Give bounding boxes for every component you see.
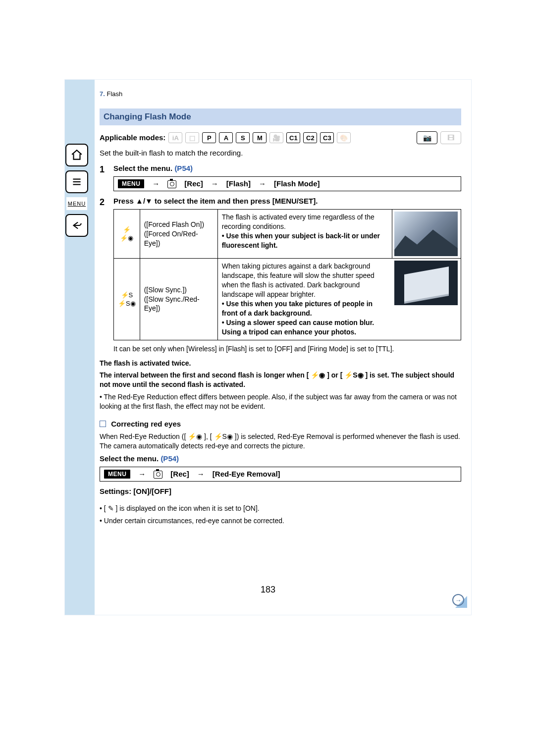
desc-text: When taking pictures against a dark back… [222, 262, 388, 299]
camera-icon [167, 179, 176, 189]
document-page: 7. Flash Changing Flash Mode Applicable … [64, 79, 472, 615]
select-menu-2-link[interactable]: (P54) [160, 454, 179, 463]
step-2-title: Press ▲/▼ to select the item and then pr… [113, 196, 461, 206]
flash-mode-table: ⚡ ⚡◉ ([Forced Flash On]) ([Forced On/Red… [113, 209, 461, 340]
menu-path-flash-mode: MENU → [Rec] → [Flash] → [Flash Mode] [113, 176, 461, 191]
arrow-icon: → [138, 469, 146, 479]
menu-path-redeye: MENU → [Rec] → [Red-Eye Removal] [100, 467, 461, 482]
table-row: ⚡S ⚡S◉ ([Slow Sync.]) ([Slow Sync./Red-E… [114, 259, 461, 340]
desc-text: The flash is activated every time regard… [222, 213, 388, 231]
applicable-modes-label: Applicable modes: [100, 133, 165, 143]
menu-badge: MENU [118, 179, 144, 188]
menu-rec: [Rec] [184, 179, 203, 189]
settings-line: Settings: [ON]/[OFF] [100, 486, 461, 496]
mode-c1: C1 [286, 132, 300, 143]
arrow-icon: → [259, 179, 266, 189]
chapter-number: 7. [100, 90, 105, 98]
mode-movie-icon: 🎥 [269, 132, 283, 143]
mode-m: M [253, 132, 267, 143]
select-menu-2: Select the menu. [100, 454, 160, 463]
down-icon: ▼ [145, 197, 153, 205]
still-capability-icon: 📷 [417, 131, 437, 144]
mountain-thumbnail [394, 212, 458, 256]
mode-s: S [236, 132, 250, 143]
mode-ia-icon: iA [168, 132, 182, 143]
flash-forced-image [392, 210, 461, 259]
flash-forced-desc: The flash is activated every time regard… [217, 210, 392, 259]
home-button[interactable] [65, 144, 88, 166]
correcting-title: Correcting red eyes [111, 420, 181, 428]
camera-icon [154, 469, 162, 479]
twice-body: The interval between the first and secon… [100, 371, 461, 389]
step-2-pre: Press [113, 197, 136, 205]
menu-flash-mode: [Flash Mode] [274, 179, 320, 189]
content-area: 7. Flash Changing Flash Mode Applicable … [100, 90, 461, 526]
footnote-1: • [ ✎ ] is displayed on the icon when it… [100, 504, 461, 513]
ttl-note: It can be set only when [Wireless] in [F… [113, 344, 461, 354]
flash-slow-names: ([Slow Sync.]) ([Slow Sync./Red-Eye]) [140, 259, 217, 340]
menu-flash: [Flash] [226, 179, 251, 189]
correcting-heading: Correcting red eyes [100, 419, 461, 429]
step-1-number: 1 [100, 163, 108, 197]
chapter-title: Flash [107, 90, 122, 98]
arrow-icon: → [211, 179, 218, 189]
menu-redeye-removal: [Red-Eye Removal] [213, 469, 280, 479]
step-2-post: to select the item and then press [MENU/… [153, 197, 318, 205]
breadcrumb: 7. Flash [100, 90, 461, 99]
page-number: 183 [65, 585, 471, 595]
mode-c2: C2 [303, 132, 317, 143]
intro-text: Set the built-in flash to match the reco… [100, 148, 461, 158]
desc-bold-2: • Using a slower speed can cause motion … [222, 318, 388, 337]
step-1-link[interactable]: (P54) [174, 164, 193, 172]
desc-bold: • Use this when you take pictures of peo… [222, 299, 388, 318]
step-1: 1 Select the menu. (P54) MENU → [Rec] → … [100, 163, 461, 197]
flash-forced-icon: ⚡ ⚡◉ [114, 210, 140, 259]
desc-bold: • Use this when your subject is back-lit… [222, 231, 388, 250]
movie-capability-icon: 🎞 [440, 131, 461, 144]
back-button[interactable] [65, 214, 88, 237]
menu-button[interactable]: MENU [66, 197, 87, 210]
toc-button[interactable] [65, 170, 88, 193]
arrow-icon: → [152, 179, 160, 189]
section-title: Changing Flash Mode [100, 108, 461, 126]
mode-p: P [202, 132, 216, 143]
step-1-title: Select the menu. [113, 164, 174, 172]
sidebar-nav: MENU [65, 144, 88, 237]
square-bullet-icon [100, 421, 106, 427]
mode-c3: C3 [320, 132, 334, 143]
mode-palette-icon: 🎨 [337, 132, 351, 143]
page: 7. Flash Changing Flash Mode Applicable … [0, 0, 535, 756]
redeye-note: • The Red-Eye Reduction effect differs b… [100, 392, 461, 411]
menu-rec: [Rec] [170, 469, 189, 479]
table-row: ⚡ ⚡◉ ([Forced Flash On]) ([Forced On/Red… [114, 210, 461, 259]
flash-forced-names: ([Forced Flash On]) ([Forced On/Red-Eye]… [140, 210, 217, 259]
book-thumbnail [394, 261, 458, 305]
footnote-2: • Under certain circumstances, red-eye c… [100, 516, 461, 526]
arrow-icon: → [197, 469, 205, 479]
mode-a: A [219, 132, 233, 143]
step-2: 2 Press ▲/▼ to select the item and then … [100, 196, 461, 355]
twice-title: The flash is activated twice. [100, 359, 461, 368]
mode-ia-plus-icon: ⬚ [185, 132, 199, 143]
next-page-button[interactable]: → [452, 594, 464, 606]
menu-badge: MENU [104, 470, 130, 479]
flash-slow-desc: When taking pictures against a dark back… [217, 259, 392, 340]
correcting-body: When Red-Eye Reduction ([ ⚡◉ ], [ ⚡S◉ ])… [100, 432, 461, 451]
step-2-number: 2 [100, 196, 108, 355]
up-icon: ▲ [136, 197, 143, 205]
flash-slow-icon: ⚡S ⚡S◉ [114, 259, 140, 340]
flash-slow-image [392, 259, 461, 340]
applicable-modes-row: Applicable modes: iA ⬚ P A S M 🎥 C1 C2 C… [100, 131, 461, 144]
